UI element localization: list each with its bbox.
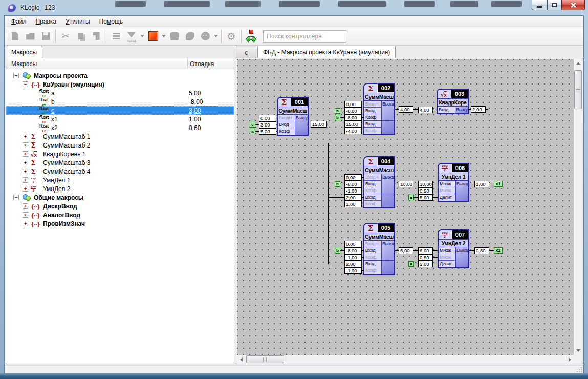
- tree-expander-collapse[interactable]: –: [13, 195, 19, 200]
- tree-row-СуммМасштаб 3[interactable]: +ΣСуммМасштаб 3: [6, 158, 234, 167]
- scroll-up-button[interactable]: [574, 59, 582, 68]
- column-header-debug[interactable]: Отладка: [188, 58, 234, 69]
- variable-tag-a[interactable]: a: [250, 129, 255, 134]
- input-value-box[interactable]: 0,00: [344, 241, 362, 247]
- input-port-Множ[interactable]: Множ: [439, 247, 455, 254]
- variable-tag-b[interactable]: b: [335, 248, 340, 254]
- input-value-box[interactable]: 6,00: [418, 247, 433, 254]
- output-value-box[interactable]: 10,00: [399, 181, 413, 187]
- output-value-box[interactable]: 4,00: [399, 106, 413, 113]
- horizontal-scroll-thumb[interactable]: [246, 355, 284, 363]
- stop-square-button[interactable]: [145, 29, 161, 44]
- tree-expander-expand[interactable]: +: [23, 177, 28, 183]
- tree-value[interactable]: 1,00: [189, 116, 201, 123]
- fbd-block-003[interactable]: √x003КвадрКореВыходВход: [437, 89, 469, 114]
- input-port-ВходН[interactable]: ВходН: [364, 101, 381, 108]
- input-value-box[interactable]: 0,00: [344, 174, 362, 181]
- output-tag-x1[interactable]: x1: [494, 181, 503, 187]
- fbd-canvas[interactable]: Σ001СуммМасшВыходВходНВходКоэф0,003,00c5…: [237, 59, 574, 355]
- paste-button[interactable]: [89, 29, 104, 44]
- fbd-block-005[interactable]: Σ005СуммМасшВыходВходНВходКоэфВходКоэф: [363, 223, 395, 275]
- fbd-block-006[interactable]: x×y2006УмнДел 1ВыходМножМножДелит: [438, 163, 469, 202]
- input-port-ВходН[interactable]: ВходН: [278, 115, 294, 121]
- output-value-box[interactable]: 0,60: [474, 247, 489, 254]
- scroll-down-button[interactable]: [574, 346, 582, 355]
- input-value-box[interactable]: 5,00: [259, 128, 276, 135]
- input-value-box[interactable]: 0,00: [344, 101, 362, 108]
- tab-c[interactable]: с: [236, 47, 256, 58]
- variable-tag-b[interactable]: b: [335, 108, 340, 114]
- input-value-box[interactable]: 10,00: [418, 181, 433, 187]
- input-value-box[interactable]: -1,00: [344, 187, 362, 194]
- input-port-ВходН[interactable]: ВходН: [364, 241, 381, 247]
- input-value-box[interactable]: 0,00: [259, 115, 276, 121]
- tree-value[interactable]: 0,60: [189, 124, 201, 132]
- tree-value[interactable]: 5,00: [189, 90, 201, 97]
- tree-expander-expand[interactable]: +: [23, 151, 28, 157]
- input-port-Вход[interactable]: Вход: [364, 247, 381, 254]
- variable-tag-b[interactable]: b: [335, 115, 340, 120]
- input-value-box[interactable]: -4,00: [344, 128, 362, 134]
- tree-expander-expand[interactable]: +: [23, 169, 28, 174]
- fbd-block-002[interactable]: Σ002СуммМасшВыходВходНВходКоэфВходКоэф: [363, 83, 395, 135]
- input-value-box[interactable]: -8,00: [344, 114, 362, 121]
- input-value-box[interactable]: 1,00: [344, 201, 362, 207]
- open-button[interactable]: [23, 29, 38, 44]
- horizontal-scrollbar[interactable]: [237, 355, 574, 364]
- fbd-block-001[interactable]: Σ001СуммМасшВыходВходНВходКоэф: [277, 97, 309, 136]
- tree-row-УмнДел 2[interactable]: +x×y2УмнДел 2: [6, 184, 234, 193]
- variable-tag-a[interactable]: a: [408, 195, 414, 200]
- input-value-box[interactable]: 5,00: [418, 261, 433, 267]
- input-port-Множ[interactable]: Множ: [439, 187, 455, 194]
- input-port-Множ[interactable]: Множ: [439, 254, 455, 261]
- tree-expander-collapse[interactable]: –: [23, 81, 28, 87]
- output-value-box[interactable]: 15,00: [311, 121, 327, 128]
- variable-tag-b[interactable]: b: [335, 181, 340, 187]
- menu-item-2[interactable]: Утилиты: [61, 16, 95, 27]
- tree-value[interactable]: 3,00: [189, 107, 201, 114]
- tree-row-КвадрКорень 1[interactable]: +√xКвадрКорень 1: [6, 150, 234, 158]
- variable-tag-a[interactable]: a: [408, 261, 414, 267]
- input-port-Вход[interactable]: Вход: [438, 107, 454, 113]
- pause-button[interactable]: [182, 29, 198, 44]
- fbd-block-004[interactable]: Σ004СуммМасшВыходВходНВходКоэфВходКоэф: [363, 156, 395, 208]
- tree-expander-collapse[interactable]: –: [13, 73, 19, 78]
- new-document-button[interactable]: [7, 29, 23, 44]
- dropdown-caret-icon[interactable]: [214, 35, 218, 39]
- menu-item-1[interactable]: Правка: [31, 16, 61, 27]
- scroll-left-button[interactable]: [237, 355, 246, 364]
- input-port-Коэф[interactable]: Коэф: [364, 128, 381, 134]
- close-button[interactable]: [561, 0, 585, 10]
- input-port-ВходН[interactable]: ВходН: [364, 174, 381, 181]
- tree-row-СуммМасштаб 2[interactable]: +ΣСуммМасштаб 2: [6, 141, 234, 150]
- input-value-box[interactable]: 0,50: [418, 187, 433, 194]
- tree-expander-expand[interactable]: +: [23, 203, 28, 209]
- tree-row-c[interactable]: float↔c3,00: [6, 106, 234, 115]
- input-port-Коэф[interactable]: Коэф: [278, 128, 294, 135]
- menu-item-0[interactable]: Файл: [7, 16, 31, 27]
- vertical-scroll-thumb[interactable]: [574, 70, 582, 109]
- tree-row-a[interactable]: float↔a5,00: [6, 89, 234, 97]
- input-port-Множ[interactable]: Множ: [439, 181, 455, 187]
- input-value-box[interactable]: 4,00: [418, 107, 433, 113]
- input-value-box[interactable]: 15,00: [344, 121, 362, 128]
- tree-row-ПровИзмЗнач[interactable]: +{··}ПровИзмЗнач: [6, 219, 234, 228]
- tree-expander-expand[interactable]: +: [23, 160, 28, 165]
- input-value-box[interactable]: -8,00: [344, 108, 362, 114]
- cut-button[interactable]: ✂: [58, 29, 73, 44]
- tree-row-b[interactable]: float↔b-8,00: [6, 97, 234, 106]
- download-to-controller-button[interactable]: П1П11: [124, 29, 139, 44]
- mode-button[interactable]: [198, 29, 213, 44]
- input-port-Вход[interactable]: Вход: [364, 121, 381, 128]
- vertical-scrollbar[interactable]: [574, 59, 582, 355]
- tree-expander-expand[interactable]: +: [23, 212, 28, 218]
- tree-row-АналогВвод[interactable]: +{··}АналогВвод: [6, 210, 234, 219]
- tree-row-x2[interactable]: float↔x20,60: [6, 123, 234, 132]
- output-value-box[interactable]: 1,00: [474, 181, 489, 187]
- settings-button[interactable]: ⚙: [224, 29, 239, 44]
- tree-expander-expand[interactable]: +: [23, 221, 28, 226]
- input-value-box[interactable]: -1,00: [344, 267, 362, 274]
- maximize-button[interactable]: [547, 0, 561, 10]
- input-value-box[interactable]: -8,00: [344, 181, 362, 187]
- title-bar[interactable]: KLogic - 123: [0, 0, 588, 15]
